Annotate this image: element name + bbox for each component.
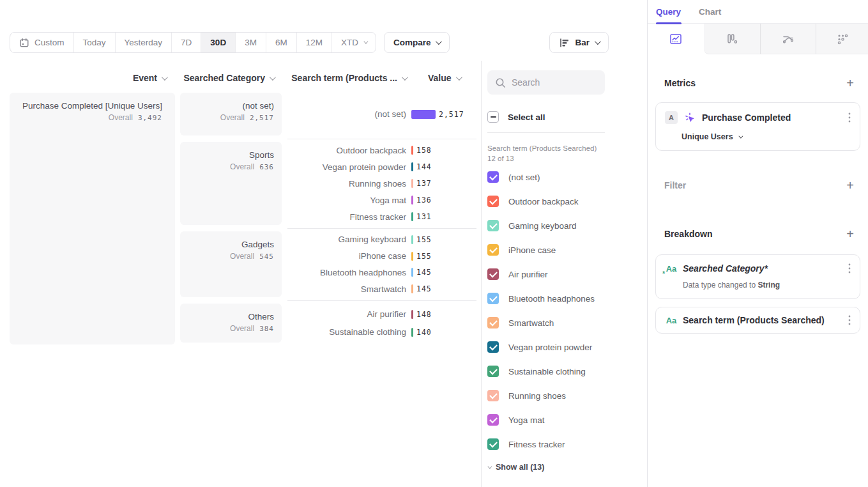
breakdown-kebab-menu[interactable] — [848, 315, 851, 325]
term-group: Gaming keyboard155iPhone case155Bluetoot… — [287, 231, 476, 297]
value-bar — [411, 146, 413, 155]
term-value: 145 — [416, 284, 432, 293]
filter-item-checkbox[interactable] — [487, 171, 499, 183]
filter-item[interactable]: Vegan protein powder — [487, 335, 647, 359]
add-metric-button[interactable]: + — [846, 77, 854, 89]
category-cell[interactable]: SportsOverall636 — [180, 142, 282, 225]
filter-item[interactable]: Running shoes — [487, 383, 647, 408]
term-row[interactable]: Running shoes137 — [287, 175, 476, 192]
add-breakdown-button[interactable]: + — [846, 228, 854, 240]
column-header-value[interactable]: Value — [428, 73, 461, 83]
filter-item-checkbox[interactable] — [487, 293, 499, 304]
term-row[interactable]: Yoga mat136 — [287, 192, 476, 208]
metric-card[interactable]: A Purchase Completed Unique Users — [655, 102, 860, 151]
column-header-label: Searched Category — [183, 73, 265, 83]
filter-item[interactable]: Bluetooth headphones — [487, 286, 647, 311]
filter-item[interactable]: Air purifier — [487, 262, 647, 286]
flows-tab[interactable] — [760, 24, 816, 54]
category-cell[interactable]: OthersOverall384 — [180, 304, 282, 343]
filter-item-checkbox[interactable] — [487, 414, 499, 426]
breakdown-note: Data type changed to String — [683, 281, 851, 290]
term-value: 145 — [416, 268, 432, 277]
filter-item-checkbox[interactable] — [487, 196, 499, 207]
date-range-custom[interactable]: Custom — [10, 33, 73, 52]
retention-icon — [835, 32, 849, 46]
filter-item-checkbox[interactable] — [487, 317, 499, 329]
tab-query[interactable]: Query — [656, 7, 681, 17]
breakdown-section-header: Breakdown + — [664, 228, 854, 240]
metric-aggregation-dropdown[interactable]: Unique Users — [681, 132, 851, 141]
filter-item-label: Outdoor backpack — [508, 197, 579, 206]
term-row[interactable]: Sustainable clothing140 — [287, 323, 476, 341]
funnels-tab[interactable] — [704, 24, 760, 54]
term-row[interactable]: iPhone case155 — [287, 248, 476, 265]
breakdown-card[interactable]: Aa Searched Category* Data type changed … — [655, 254, 860, 299]
term-group: Air purifier148Sustainable clothing140 — [287, 304, 476, 343]
term-label: Gaming keyboard — [287, 235, 406, 244]
filter-item[interactable]: Gaming keyboard — [487, 213, 647, 238]
column-header-event[interactable]: Event — [10, 73, 175, 83]
term-row[interactable]: (not set)2,517 — [287, 105, 476, 123]
date-range-12m[interactable]: 12M — [296, 33, 331, 52]
date-range-7d[interactable]: 7D — [171, 33, 201, 52]
date-range-yesterday[interactable]: Yesterday — [115, 33, 172, 52]
date-range-30d[interactable]: 30D — [201, 33, 235, 52]
date-range-6m[interactable]: 6M — [266, 33, 296, 52]
term-row[interactable]: Fitness tracker131 — [287, 208, 476, 225]
filter-item[interactable]: Yoga mat — [487, 408, 647, 432]
column-header-search-term[interactable]: Search term (Products ... — [287, 73, 406, 83]
filter-item[interactable]: (not set) — [487, 165, 647, 189]
filter-item-checkbox[interactable] — [487, 390, 499, 401]
breakdown-card[interactable]: Aa Search term (Products Searched) — [655, 307, 860, 334]
retention-tab[interactable] — [816, 24, 868, 54]
event-sparkle-icon — [684, 112, 696, 123]
filter-item-checkbox[interactable] — [487, 366, 499, 377]
filter-item[interactable]: Sustainable clothing — [487, 359, 647, 383]
filter-item[interactable]: Fitness tracker — [487, 432, 647, 456]
term-row[interactable]: Air purifier148 — [287, 305, 476, 323]
show-all-toggle[interactable]: Show all (13) — [487, 463, 647, 472]
add-filter-button[interactable]: + — [846, 179, 854, 192]
category-cell[interactable]: GadgetsOverall545 — [180, 231, 282, 297]
filter-item-checkbox[interactable] — [487, 268, 499, 280]
term-row[interactable]: Bluetooth headphones145 — [287, 265, 476, 281]
date-range-label: XTD — [341, 38, 358, 47]
date-range-label: 30D — [210, 38, 226, 47]
insights-tab[interactable] — [648, 24, 704, 54]
filter-item-checkbox[interactable] — [487, 244, 499, 256]
term-value: 144 — [416, 162, 432, 171]
event-cell[interactable]: Purchase Completed [Unique Users] Overal… — [10, 93, 175, 344]
metric-kebab-menu[interactable] — [848, 112, 851, 123]
search-input[interactable] — [512, 77, 595, 88]
tab-chart[interactable]: Chart — [699, 7, 721, 17]
funnels-icon — [725, 32, 739, 46]
term-row[interactable]: Gaming keyboard155 — [287, 231, 476, 248]
group-separator — [287, 135, 476, 142]
category-cell[interactable]: (not set)Overall2,517 — [180, 93, 282, 135]
select-all-checkbox[interactable] — [487, 111, 499, 123]
date-range-today[interactable]: Today — [73, 33, 115, 52]
select-all-row[interactable]: Select all — [487, 111, 647, 123]
filter-item[interactable]: iPhone case — [487, 238, 647, 262]
filter-item-checkbox[interactable] — [487, 341, 499, 353]
date-range-3m[interactable]: 3M — [235, 33, 266, 52]
chevron-down-icon — [270, 74, 276, 81]
term-row[interactable]: Smartwatch145 — [287, 281, 476, 297]
value-bar — [411, 284, 413, 293]
separator-line — [287, 139, 476, 139]
filter-item-label: (not set) — [508, 173, 540, 182]
filter-item[interactable]: Outdoor backpack — [487, 189, 647, 213]
value-bar — [411, 212, 413, 221]
filter-item-checkbox[interactable] — [487, 220, 499, 231]
search-box[interactable] — [487, 70, 605, 95]
term-value: 131 — [416, 212, 432, 221]
compare-button[interactable]: Compare — [384, 32, 450, 53]
date-range-xtd[interactable]: XTD — [331, 33, 376, 52]
category-overall: Overall545 — [180, 252, 274, 261]
term-row[interactable]: Vegan protein powder144 — [287, 158, 476, 175]
breakdown-kebab-menu[interactable] — [848, 263, 851, 274]
filter-item-checkbox[interactable] — [487, 438, 499, 450]
column-header-searched-category[interactable]: Searched Category — [180, 73, 282, 83]
filter-item[interactable]: Smartwatch — [487, 311, 647, 335]
term-row[interactable]: Outdoor backpack158 — [287, 142, 476, 158]
